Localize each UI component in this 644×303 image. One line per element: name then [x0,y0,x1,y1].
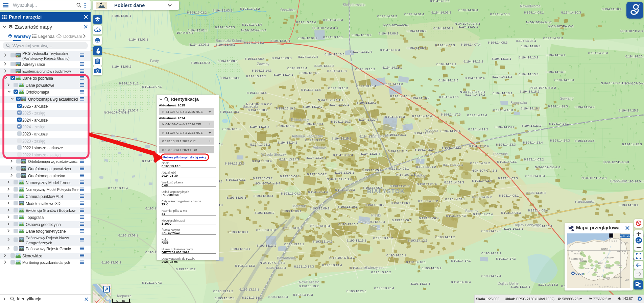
svg-text:8.194.13.06.2: 8.194.13.06.2 [112,65,132,68]
svg-text:8.194.14.23.3: 8.194.14.23.3 [496,143,516,146]
svg-text:8.193.14.11.2: 8.193.14.11.2 [435,235,455,239]
svg-text:GUGiK: GUGiK [575,272,584,275]
svg-text:N-34-107-C-b-3-1: N-34-107-C-b-3-1 [329,256,355,259]
svg-text:ŁÓDŹ: ŁÓDŹ [598,262,602,264]
svg-text:8.194.13.04.4: 8.194.13.04.4 [296,20,316,24]
svg-text:Bacieczki: Bacieczki [243,104,258,108]
svg-text:N-34-107-D-a-1-1: N-34-107-D-a-1-1 [601,81,626,85]
svg-text:8.194.13.24.4: 8.194.13.24.4 [306,156,326,159]
svg-text:N-34-107-C-b-2-2: N-34-107-C-b-2-2 [530,86,556,90]
svg-text:RZESZÓW: RZESZÓW [614,276,622,278]
svg-text:8.193.14.06.1: 8.193.14.06.1 [391,201,411,205]
svg-text:8.194.13.20.3: 8.194.13.20.3 [331,120,351,123]
svg-text:8.194.14.13.4: 8.194.14.13.4 [519,72,539,76]
svg-text:8.194.14.18.4: 8.194.14.18.4 [521,106,541,110]
svg-text:Staros.: Staros. [98,294,102,296]
svg-text:8.193.14.12.2: 8.193.14.12.2 [481,229,501,233]
svg-text:GORZÓW WLKP: GORZÓW WLKP [571,258,583,260]
svg-text:8.194.13.15.2: 8.194.13.15.2 [355,67,375,71]
svg-text:8.194.13.18.1: 8.194.13.18.1 [220,110,240,113]
svg-text:Zwierzyniec: Zwierzyniec [365,266,384,270]
svg-text:8.193.13.08.2: 8.193.13.08.2 [255,211,275,214]
svg-text:Bażantarnia: Bażantarnia [277,256,296,260]
svg-text:8.193.14.07.1: 8.193.14.07.1 [445,197,465,201]
svg-text:Dojlidy Fabryczne: Dojlidy Fabryczne [514,223,542,227]
svg-text:8.194.13.13.4: 8.194.13.13.4 [247,91,267,95]
svg-text:8.193.14.18.2: 8.193.14.18.2 [538,283,558,286]
svg-text:8.193.13.05.3: 8.193.13.05.3 [335,188,355,192]
svg-text:8.193.13.13.2: 8.193.13.13.2 [257,244,277,247]
svg-text:C Z E C H Y: C Z E C H Y [585,284,599,286]
svg-text:8.193.14.12.1: 8.193.14.12.1 [408,238,428,242]
svg-text:8.194.13.10.4: 8.194.13.10.4 [352,50,372,53]
svg-text:8.193.13.14.4: 8.193.13.14.4 [322,263,342,267]
svg-text:8.194.14.12.2: 8.194.14.12.2 [463,59,483,63]
svg-text:8.194.13.24.3: 8.194.13.24.3 [279,157,299,161]
svg-text:8.194.14.24.4: 8.194.14.24.4 [575,139,595,143]
svg-text:8.194.13.08.3: 8.194.13.08.3 [218,59,238,63]
svg-text:POZNAŃ: POZNAŃ [580,260,587,262]
svg-text:8.194.14.20.4: 8.194.14.20.4 [625,54,644,58]
svg-text:8.194.14.22.2: 8.194.14.22.2 [468,127,488,131]
svg-text:8.194.13.08.1: 8.194.13.08.1 [216,43,236,46]
svg-text:8.193.13.03.1: 8.193.13.03.1 [226,178,246,181]
svg-text:8.193.14.16.4: 8.193.14.16.4 [451,280,471,284]
svg-text:8.194.14.01.4: 8.194.14.01.4 [404,12,424,16]
svg-text:8.194.14.07.1: 8.194.14.07.1 [433,26,453,30]
svg-text:N-34-107-A-d-3-3: N-34-107-A-d-3-3 [312,26,338,30]
svg-text:8.194.13.19.4: 8.194.13.19.4 [304,122,324,126]
svg-text:8.193.13.04.4: 8.193.13.04.4 [308,190,328,194]
svg-text:N-34-107-C-b-2-3: N-34-107-C-b-2-3 [472,169,497,172]
svg-text:8.194.14.23.4: 8.194.14.23.4 [523,141,543,144]
svg-text:8.194.14.12.1: 8.194.14.12.1 [436,62,456,66]
svg-text:N-34-107-D-a-1-3: N-34-107-D-a-1-3 [603,160,629,164]
svg-text:8.194.13.09.2: 8.194.13.09.2 [297,36,317,40]
svg-text:8.194.14.06.2: 8.194.14.06.2 [407,29,427,33]
svg-text:8.194.13.07.2: 8.194.13.07.2 [189,43,209,46]
svg-text:8.194.14.07.3: 8.194.14.07.3 [435,43,455,47]
svg-text:8.193.14.03.4: 8.193.14.03.4 [525,174,545,178]
svg-text:Antoniuk Fabryczny: Antoniuk Fabryczny [292,134,323,138]
svg-text:Bagnówka: Bagnówka [510,101,527,105]
svg-text:R O S J A: R O S J A [606,240,617,242]
svg-text:BIAŁYSTOK: BIAŁYSTOK [617,251,626,252]
svg-text:8.194.14.16.3: 8.194.14.16.3 [385,115,405,119]
svg-text:8.194.13.19.3: 8.194.13.19.3 [277,124,296,128]
svg-text:8.194.14.06.3: 8.194.14.06.3 [380,48,400,52]
svg-text:8.194.13.14.3: 8.194.13.14.3 [252,69,272,72]
svg-text:8.193.13.09.3: 8.193.13.09.3 [283,226,303,230]
svg-text:8.193.13.19.3: 8.193.13.19.3 [293,293,313,297]
svg-text:KRAKÓW: KRAKÓW [603,277,610,279]
svg-text:8.194.14.07.2: 8.194.14.07.2 [458,25,478,28]
svg-text:8.194.13.24.1: 8.194.13.24.1 [278,141,297,144]
svg-text:8.194.13.07.4: 8.194.13.07.4 [191,61,211,65]
svg-text:8.193.13.03.4: 8.193.13.03.4 [254,194,273,198]
svg-text:8.193.13.03.2: 8.193.13.03.2 [253,176,273,180]
svg-text:8.194.13.09.4: 8.194.13.09.4 [298,55,318,58]
svg-text:8.193.14.16.1: 8.193.14.16.1 [406,260,426,264]
svg-text:8.193.14.08.3: 8.193.14.08.3 [501,211,521,214]
svg-text:8.194.14.21.3: 8.194.14.21.3 [388,149,408,153]
svg-text:Starosielce: Starosielce [372,134,390,138]
svg-text:8.193.13.15.1: 8.193.13.15.1 [347,238,366,242]
svg-text:ge©porta: ge©porta [620,235,630,238]
svg-text:8.194.13.11.2: 8.194.13.11.2 [101,139,121,143]
svg-text:Dziesięciny: Dziesięciny [291,118,309,122]
svg-text:SZCZECIN: SZCZECIN [574,253,582,255]
svg-text:8.194.13.18.2: 8.194.13.18.2 [248,108,268,112]
svg-text:8.194.14.18.3: 8.194.14.18.3 [493,108,513,112]
svg-text:8.194.13.10.2: 8.194.13.10.2 [352,33,372,37]
svg-text:8.194.14.06.1: 8.194.14.06.1 [379,31,399,35]
svg-text:8.193.13.04.2: 8.193.13.04.2 [307,172,327,176]
svg-text:8.194.13.14.1: 8.194.13.14.1 [273,73,293,76]
svg-text:8.194.13.20.2: 8.194.13.20.2 [357,101,377,104]
svg-text:8.194.14.18.1: 8.194.14.18.1 [493,91,512,95]
svg-text:N-34-107-D-a-3-1: N-34-107-D-a-3-1 [581,176,607,180]
svg-text:8.193.14.07.2: 8.193.14.07.2 [472,195,492,199]
svg-text:8.194.14.24.1: 8.194.14.24.1 [549,122,569,125]
svg-text:8.193.14.03.1: 8.193.14.03.1 [497,160,517,163]
svg-text:8.194.14.07.4: 8.194.14.07.4 [461,43,481,46]
svg-text:8.194.13.08.2: 8.194.13.08.2 [244,41,264,44]
svg-text:N-34-107-C-a-2-4: N-34-107-C-a-2-4 [255,181,280,185]
svg-text:8.193.13.05.2: 8.193.13.05.2 [362,168,382,172]
